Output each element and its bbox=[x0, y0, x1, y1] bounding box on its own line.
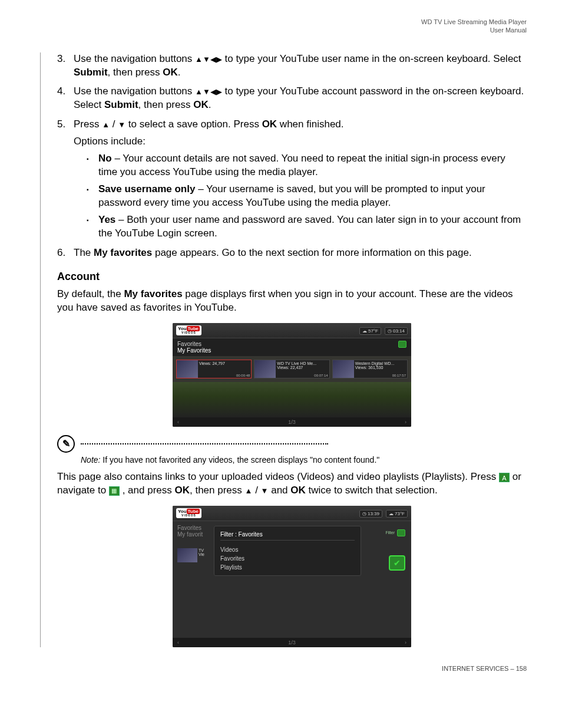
pager-next-icon: › bbox=[405, 640, 406, 645]
filter-menu: Filter : Favorites Videos Favorites Play… bbox=[214, 526, 361, 576]
shot1-title: Favorites My Favorites bbox=[173, 338, 411, 356]
step-6: The My favorites page appears. Go to the… bbox=[57, 246, 527, 260]
options-label: Options include: bbox=[74, 135, 527, 149]
shot1-page-title: My Favorites bbox=[177, 347, 211, 354]
thumb-image bbox=[254, 360, 276, 378]
header-doc: User Manual bbox=[35, 26, 527, 34]
up-arrow-icon: ▲ bbox=[245, 486, 253, 495]
clock-badge: ◷ 13:39 bbox=[359, 510, 382, 518]
filter-label: Filter bbox=[385, 531, 395, 535]
note-divider: ✎ bbox=[57, 435, 527, 453]
header-product: WD TV Live Streaming Media Player bbox=[35, 18, 527, 26]
shot2-pager: ‹ 1/3 › bbox=[173, 638, 411, 647]
filter-screenshot: YouTube VIDEOS ◷ 13:39 ☁ 73°F Favorites … bbox=[173, 506, 411, 647]
page-indicator: 1/3 bbox=[288, 640, 296, 645]
step-4: Use the navigation buttons ▲▼◀▶ to type … bbox=[57, 85, 527, 112]
step-list: Use the navigation buttons ▲▼◀▶ to type … bbox=[57, 52, 527, 260]
shot1-background bbox=[173, 382, 411, 417]
youtube-logo: YouTube VIDEOS bbox=[176, 325, 201, 335]
nav-arrows-icon: ▲▼◀▶ bbox=[195, 87, 222, 96]
option-yes: Yes – Both your user name and password a… bbox=[85, 213, 527, 241]
thumb-2: WD TV Live HD Me...Views: 22,437 00:07:1… bbox=[254, 360, 329, 378]
shot2-topbar: YouTube VIDEOS ◷ 13:39 ☁ 73°F bbox=[173, 506, 411, 521]
green-action-icon bbox=[398, 341, 406, 348]
page-footer: INTERNET SERVICES – 158 bbox=[35, 665, 527, 672]
thumb-1: Views: 24,797 00:00:48 bbox=[176, 360, 252, 378]
step-3: Use the navigation buttons ▲▼◀▶ to type … bbox=[57, 52, 527, 80]
weather-badge: ☁ 57°F bbox=[359, 327, 381, 335]
filter-option-favorites: Favorites bbox=[220, 554, 355, 563]
option-save-username: Save username only – Your username is sa… bbox=[85, 183, 527, 210]
account-intro: By default, the My favorites page displa… bbox=[57, 288, 527, 315]
confirm-check-icon: ✔ bbox=[389, 555, 405, 571]
green-button-icon bbox=[109, 486, 120, 496]
option-no: No – Your account details are not saved.… bbox=[85, 152, 527, 179]
page-indicator: 1/3 bbox=[288, 419, 296, 425]
green-action-icon bbox=[397, 529, 405, 536]
pager-next-icon: › bbox=[405, 419, 406, 425]
clock-badge: ◷ 03:14 bbox=[385, 327, 408, 335]
down-arrow-icon: ▼ bbox=[261, 486, 269, 495]
thumb-image bbox=[177, 360, 198, 378]
nav-arrows-icon: ▲▼◀▶ bbox=[195, 55, 222, 64]
account-p2: This page also contains links to your up… bbox=[57, 470, 527, 498]
thumb-image bbox=[333, 360, 354, 378]
shot1-topbar: YouTube VIDEOS ☁ 57°F ◷ 03:14 bbox=[173, 323, 411, 338]
shot1-thumbrow: Views: 24,797 00:00:48 WD TV Live HD Me.… bbox=[173, 356, 411, 382]
youtube-logo: YouTube VIDEOS bbox=[176, 508, 201, 518]
filter-option-videos: Videos bbox=[220, 545, 355, 554]
favorites-screenshot: YouTube VIDEOS ☁ 57°F ◷ 03:14 Favorites … bbox=[173, 323, 411, 427]
filter-option-playlists: Playlists bbox=[220, 563, 355, 572]
note-icon: ✎ bbox=[57, 435, 75, 453]
down-arrow-icon: ▼ bbox=[118, 120, 125, 129]
a-button-icon: A bbox=[499, 473, 510, 482]
option-bullets: No – Your account details are not saved.… bbox=[85, 152, 527, 241]
thumb-image bbox=[177, 548, 197, 562]
page-header: WD TV Live Streaming Media Player User M… bbox=[35, 18, 527, 35]
shot1-breadcrumb: Favorites bbox=[177, 341, 211, 347]
filter-menu-title: Filter : Favorites bbox=[220, 530, 355, 541]
step-5: Press ▲ / ▼ to select a save option. Pre… bbox=[57, 118, 527, 241]
thumb-3: Western Digital WD...Views: 361,530 00:1… bbox=[332, 360, 408, 378]
content-column: Use the navigation buttons ▲▼◀▶ to type … bbox=[40, 52, 527, 647]
account-heading: Account bbox=[57, 271, 527, 283]
note-text: Note: If you have not favorited any vide… bbox=[81, 455, 527, 465]
pager-prev-icon: ‹ bbox=[177, 640, 179, 645]
weather-badge: ☁ 73°F bbox=[386, 510, 408, 518]
pager-prev-icon: ‹ bbox=[177, 419, 179, 425]
shot1-pager: ‹ 1/3 › bbox=[173, 417, 411, 427]
up-arrow-icon: ▲ bbox=[102, 120, 110, 129]
